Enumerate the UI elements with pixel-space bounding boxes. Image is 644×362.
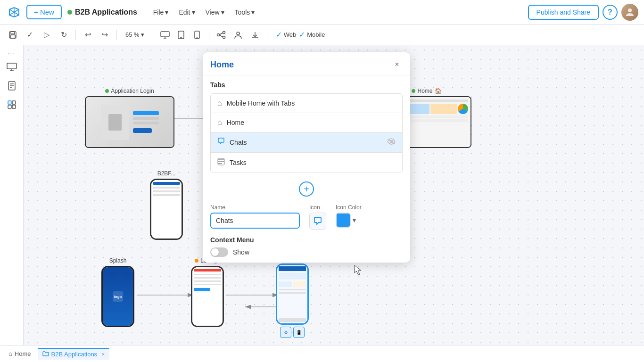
node-b2bf[interactable]: B2BF... (150, 170, 183, 240)
node-b2bf-label: B2BF... (157, 170, 176, 177)
page-settings-icon[interactable]: ⚙ (280, 327, 291, 338)
mobile-check-icon: ✓ (299, 30, 305, 39)
web-check-icon: ✓ (276, 30, 282, 39)
node-splash[interactable]: Splash logo (101, 257, 134, 327)
tab-chat-icon (217, 138, 225, 147)
file-chevron-icon: ▾ (165, 8, 168, 16)
tab-item-tasks[interactable]: Tasks (211, 153, 402, 173)
save-button[interactable] (6, 28, 20, 42)
toolbar: ✓ ▷ ↻ ↩ ↪ 65 % ▾ (0, 25, 644, 45)
project-status-dot (67, 10, 72, 15)
icon-field-group: Icon (309, 204, 326, 230)
tab-eye-slash-icon[interactable] (387, 138, 396, 147)
device-buttons (158, 28, 204, 42)
screen-app-login[interactable] (85, 96, 174, 148)
home-panel: Home × Tabs ⌂ Mobile Home with Tabs ⌂ Ho… (203, 52, 410, 263)
panel-close-button[interactable]: × (391, 59, 403, 70)
panel-body: Tabs ⌂ Mobile Home with Tabs ⌂ Home (203, 75, 410, 263)
b2b-tab-label: B2B Applications (51, 351, 98, 358)
tab-b2b-applications[interactable]: B2B Applications × (38, 348, 110, 360)
nav-menu: File ▾ Edit ▾ View ▾ Tools ▾ (149, 6, 259, 18)
play-button[interactable]: ▷ (40, 28, 54, 42)
node-splash-label: Splash (109, 257, 127, 264)
node-home-mobile[interactable]: Home M... (276, 255, 309, 338)
svg-point-9 (217, 33, 219, 36)
tab-tasks-icon (217, 158, 225, 167)
publish-button[interactable]: Publish and Share (528, 5, 599, 20)
divider-2 (116, 30, 117, 40)
screen-splash[interactable]: logo (101, 266, 134, 327)
tab-label: Mobile Home with Tabs (227, 99, 295, 107)
tab-home-icon2: ⌂ (217, 118, 222, 127)
desktop-view-button[interactable] (158, 28, 172, 42)
tab-item-home[interactable]: ⌂ Home (211, 113, 402, 132)
svg-rect-2 (11, 32, 15, 34)
edit-menu[interactable]: Edit ▾ (174, 6, 199, 18)
web-toggle[interactable]: ✓ Web (276, 30, 297, 39)
page-mobile-icon[interactable]: 📱 (293, 327, 305, 338)
main-area: ··· (0, 45, 644, 345)
tab-label-chats: Chats (230, 139, 247, 146)
edit-label: Edit (179, 8, 190, 16)
tab-home-icon: ⌂ (217, 99, 222, 107)
avatar[interactable] (621, 4, 638, 21)
home-link-icon: 🏠 (435, 88, 442, 94)
mobile-view-button[interactable] (190, 28, 204, 42)
icon-field-label: Icon (309, 204, 326, 211)
node-dot (105, 89, 109, 93)
screen-login-mobile[interactable] (191, 266, 224, 327)
icon-preview[interactable] (309, 213, 326, 230)
divider-5 (267, 30, 267, 40)
color-swatch[interactable] (336, 213, 351, 228)
person-button[interactable] (231, 28, 245, 42)
sidebar-screens-icon[interactable] (3, 58, 20, 75)
refresh-button[interactable]: ↻ (57, 28, 71, 42)
help-button[interactable]: ? (603, 5, 618, 20)
add-tab-button[interactable]: + (299, 181, 314, 197)
tabs-section-label: Tabs (210, 81, 403, 89)
undo-button[interactable]: ↩ (81, 28, 95, 42)
name-input[interactable] (210, 213, 300, 229)
tab-item-chats[interactable]: Chats (211, 132, 402, 153)
mobile-toggle[interactable]: ✓ Mobile (299, 30, 325, 39)
zoom-control[interactable]: 65 % ▾ (122, 30, 148, 40)
tab-fields: Name Icon Icon Color (210, 204, 403, 230)
check-button[interactable]: ✓ (23, 28, 37, 42)
svg-point-8 (197, 37, 198, 38)
download-button[interactable] (248, 28, 262, 42)
context-menu-section: Context Menu Show (210, 236, 403, 257)
connect-button[interactable] (214, 28, 228, 42)
new-button[interactable]: + New (26, 5, 62, 19)
redo-button[interactable]: ↪ (98, 28, 112, 42)
sidebar-drag-handle: ··· (8, 49, 16, 57)
app-logo[interactable] (6, 4, 23, 21)
file-menu[interactable]: File ▾ (149, 6, 173, 18)
node-app-login[interactable]: Application Login (85, 88, 174, 148)
tab-item-mobile-home-tabs[interactable]: ⌂ Mobile Home with Tabs (211, 94, 402, 113)
divider-1 (75, 30, 76, 40)
tools-chevron-icon: ▾ (251, 8, 255, 16)
node-dot (412, 89, 415, 93)
svg-point-0 (628, 8, 632, 12)
svg-rect-16 (12, 101, 16, 104)
canvas[interactable]: Application Login (24, 45, 644, 345)
screen-home-mobile[interactable] (276, 263, 309, 325)
cursor (354, 264, 363, 278)
view-label: View (206, 8, 220, 16)
color-picker[interactable]: ▾ (336, 213, 362, 228)
node-app-login-label: Application Login (105, 88, 154, 94)
name-field-group: Name (210, 204, 300, 229)
color-chevron-icon[interactable]: ▾ (353, 216, 356, 224)
tab-home[interactable]: ⌂ Home (4, 348, 36, 359)
b2b-tab-close-button[interactable]: × (101, 351, 105, 358)
tablet-view-button[interactable] (174, 28, 188, 42)
node-login-mobile[interactable]: Lo... 🔗 (191, 257, 224, 327)
screen-b2bf[interactable] (150, 179, 183, 240)
tools-menu[interactable]: Tools ▾ (230, 6, 260, 18)
svg-point-11 (223, 36, 225, 38)
sidebar-components-icon[interactable] (3, 96, 20, 113)
sidebar-pages-icon[interactable] (3, 77, 20, 94)
file-label: File (153, 8, 164, 16)
show-toggle[interactable] (210, 247, 228, 257)
view-menu[interactable]: View ▾ (201, 6, 229, 18)
